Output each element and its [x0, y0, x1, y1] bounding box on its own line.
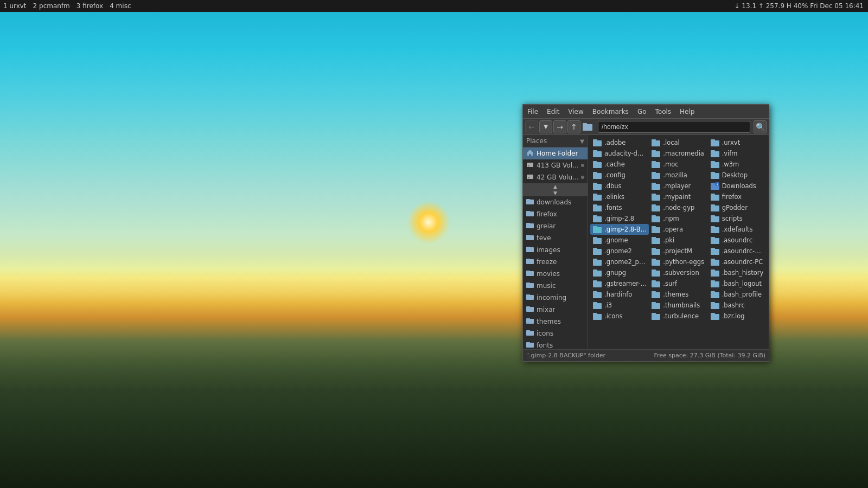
file-item[interactable]: .subversion — [649, 267, 707, 278]
sidebar-item-images[interactable]: images — [523, 244, 588, 256]
file-item[interactable]: .local — [649, 137, 707, 148]
menu-tools[interactable]: Tools — [651, 106, 676, 117]
file-item[interactable]: audacity-data — [590, 148, 649, 159]
file-item[interactable]: scripts — [708, 213, 767, 224]
file-item[interactable]: .dbus — [590, 181, 649, 191]
dropdown-button[interactable]: ▼ — [539, 120, 552, 133]
svg-rect-120 — [711, 259, 715, 261]
file-name: Desktop — [722, 171, 748, 179]
file-item[interactable]: .mplayer — [649, 181, 707, 191]
file-item[interactable]: .elinks — [590, 191, 649, 202]
sidebar-item-movies[interactable]: movies — [523, 268, 588, 280]
file-item[interactable]: .macromedia — [649, 148, 707, 159]
file-item[interactable]: .gstreamer-0.10 — [590, 278, 649, 289]
places-arrow[interactable]: ▼ — [580, 138, 584, 144]
sidebar-item-fonts[interactable]: fonts — [523, 339, 588, 349]
file-item[interactable]: .asoundrc — [708, 235, 767, 246]
taskbar-item-1[interactable]: 1 urxvt — [3, 2, 27, 10]
folder-icon-img — [592, 203, 602, 212]
sidebar-item-icons[interactable]: icons — [523, 328, 588, 339]
file-item[interactable]: .surf — [649, 278, 707, 289]
sidebar-item-incoming[interactable]: incoming — [523, 292, 588, 304]
menu-help[interactable]: Help — [675, 106, 699, 117]
forward-button[interactable]: → — [553, 120, 566, 133]
menu-go[interactable]: Go — [633, 106, 651, 117]
file-item[interactable]: .hardinfo — [590, 289, 649, 300]
file-item[interactable]: .themes — [649, 289, 707, 300]
sidebar-scroll-down[interactable]: ▼ — [523, 190, 588, 196]
sidebar-icon-folder — [526, 222, 534, 230]
file-item[interactable]: .moc — [649, 159, 707, 170]
folder-icon-img — [651, 301, 661, 310]
file-item[interactable]: .gimp-2.8 — [590, 213, 649, 224]
file-item[interactable]: Desktop — [708, 170, 767, 181]
sidebar-item-greiar[interactable]: greiar — [523, 220, 588, 232]
file-item[interactable]: .gnupg — [590, 267, 649, 278]
file-item[interactable]: .projectM — [649, 246, 707, 256]
file-item[interactable]: gPodder — [708, 202, 767, 213]
file-item[interactable]: .gnome2 — [590, 246, 649, 256]
file-item[interactable]: .bzr.log — [708, 311, 767, 322]
sidebar-scroll-up[interactable]: ▲ — [523, 183, 588, 190]
file-item[interactable]: .icons — [590, 311, 649, 322]
taskbar-item-4[interactable]: 4 misc — [110, 2, 131, 10]
file-item[interactable]: .fonts — [590, 202, 649, 213]
menu-view[interactable]: View — [564, 106, 588, 117]
file-item[interactable]: .node-gyp — [649, 202, 707, 213]
svg-rect-58 — [711, 150, 715, 152]
svg-rect-142 — [652, 302, 656, 304]
sidebar-item-label: themes — [537, 318, 561, 325]
file-item[interactable]: .pki — [649, 235, 707, 246]
file-item[interactable]: .xdefaults — [708, 224, 767, 235]
file-item[interactable]: .python-eggs — [649, 256, 707, 267]
file-item[interactable]: .gimp-2.8-BACKUP — [590, 224, 649, 235]
file-item[interactable]: .vifm — [708, 148, 767, 159]
sidebar-items-list: Home Folder413 GB Volu...42 GB Volume▲▼d… — [523, 147, 588, 349]
file-item[interactable]: .gnome2_private — [590, 256, 649, 267]
file-item[interactable]: .bash_logout — [708, 278, 767, 289]
sidebar-item-firefox[interactable]: firefox — [523, 208, 588, 220]
file-item[interactable]: .gnome — [590, 235, 649, 246]
file-item[interactable]: .w3m — [708, 159, 767, 170]
file-item[interactable]: .urxvt — [708, 137, 767, 148]
taskbar-item-3[interactable]: 3 firefox — [76, 2, 103, 10]
file-item[interactable]: .adobe — [590, 137, 649, 148]
file-item[interactable]: ⬇ Downloads — [708, 181, 767, 191]
file-item[interactable]: .thumbnails — [649, 300, 707, 311]
menu-edit[interactable]: Edit — [542, 106, 564, 117]
sidebar-item-teve[interactable]: teve — [523, 232, 588, 244]
file-item[interactable]: .npm — [649, 213, 707, 224]
file-name: .cache — [604, 160, 625, 168]
file-item[interactable]: .bash_profile — [708, 289, 767, 300]
sidebar-item-42-gb-volume[interactable]: 42 GB Volume — [523, 171, 588, 183]
sidebar-item-music[interactable]: music — [523, 280, 588, 292]
up-button[interactable]: ↑ — [567, 120, 580, 133]
folder-icon-img — [592, 279, 602, 288]
sidebar-item-413-gb-volu...[interactable]: 413 GB Volu... — [523, 159, 588, 171]
sidebar-item-mixar[interactable]: mixar — [523, 304, 588, 316]
file-item[interactable]: .asoundrc-HDMI — [708, 246, 767, 256]
file-item[interactable]: .mozilla — [649, 170, 707, 181]
sidebar-item-home-folder[interactable]: Home Folder — [523, 147, 588, 159]
sidebar-item-themes[interactable]: themes — [523, 316, 588, 328]
file-item[interactable]: .mypaint — [649, 191, 707, 202]
file-item[interactable]: .bashrc — [708, 300, 767, 311]
file-item[interactable]: .cache — [590, 159, 649, 170]
file-item[interactable]: .bash_history — [708, 267, 767, 278]
file-item[interactable]: .config — [590, 170, 649, 181]
menu-file[interactable]: File — [523, 106, 542, 117]
file-item[interactable]: .turbulence — [649, 311, 707, 322]
sidebar-item-downloads[interactable]: downloads — [523, 196, 588, 208]
file-item[interactable]: .opera — [649, 224, 707, 235]
svg-rect-114 — [711, 248, 715, 250]
svg-rect-32 — [526, 342, 530, 344]
taskbar-item-2[interactable]: 2 pcmanfm — [33, 2, 70, 10]
menu-bookmarks[interactable]: Bookmarks — [588, 106, 633, 117]
file-item[interactable]: firefox — [708, 191, 767, 202]
file-item[interactable]: .i3 — [590, 300, 649, 311]
back-button[interactable]: ← — [525, 120, 538, 133]
address-bar[interactable] — [598, 121, 750, 133]
search-button[interactable]: 🔍 — [754, 120, 767, 133]
sidebar-item-freeze[interactable]: freeze — [523, 256, 588, 268]
file-item[interactable]: .asoundrc-PC — [708, 256, 767, 267]
